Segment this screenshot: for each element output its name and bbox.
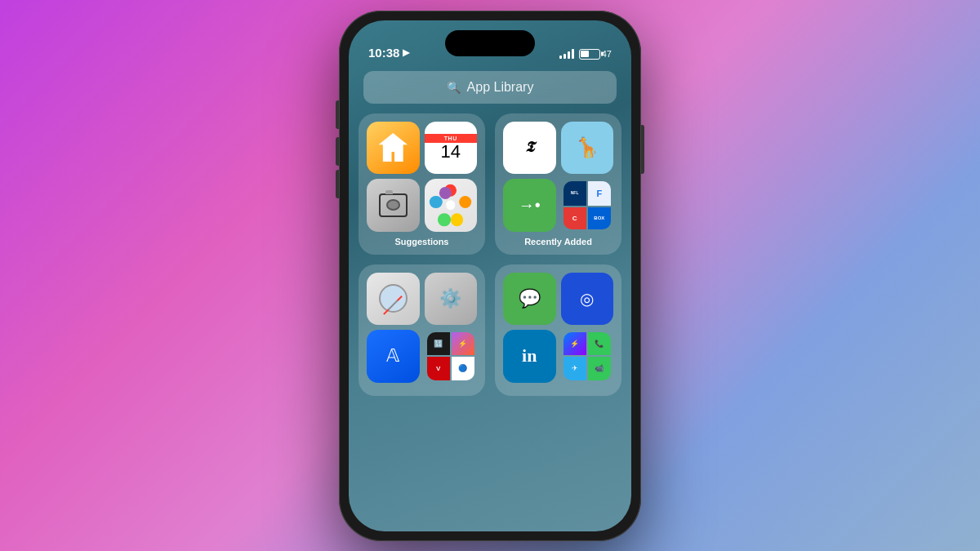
folder-apps-recently: 𝕿 🦒 →• NFL F C [503, 122, 613, 232]
folder-label-suggestions: Suggestions [367, 237, 477, 247]
app-nfl: NFL [564, 181, 586, 206]
battery-container: 47 [579, 49, 612, 60]
battery-fill [581, 51, 589, 57]
app-mini-grid-container[interactable]: NFL F C BOX [561, 179, 614, 232]
phone-screen: 10:38 ▶ 47 🔍 App [349, 20, 631, 531]
folder-suggestions[interactable]: THU 14 [359, 113, 485, 255]
folder-apps-social: 💬 ◎ in ⚡ 📞 ✈ [503, 273, 613, 383]
app-mini-grid-util[interactable]: 🔢 ⚡ V 🔵 [425, 330, 478, 383]
giraffe-icon: 🦒 [575, 136, 599, 159]
app-linkedin[interactable]: in [503, 330, 556, 383]
app-camera[interactable] [367, 179, 420, 232]
app-grid: THU 14 [359, 113, 621, 396]
app-mini-grid-social[interactable]: ⚡ 📞 ✈ 📹 [561, 330, 614, 383]
settings-icon: ⚙️ [439, 288, 461, 309]
status-right: 47 [559, 49, 612, 60]
folder-social[interactable]: 💬 ◎ in ⚡ 📞 ✈ [495, 264, 621, 396]
camera-icon [379, 193, 408, 217]
app-chrome-mini: 🔵 [452, 357, 474, 380]
app-carrot: C [564, 207, 586, 229]
folder-apps-suggestions: THU 14 [367, 122, 477, 232]
linkedin-logo: in [522, 345, 537, 367]
app-box: BOX [588, 207, 611, 229]
app-signal[interactable]: ◎ [561, 273, 614, 326]
battery-icon [579, 49, 600, 60]
dynamic-island [445, 30, 535, 56]
app-photos[interactable] [425, 179, 478, 232]
signal-bars [559, 49, 574, 59]
signal-bar-2 [564, 54, 566, 59]
folder-apps-utilities: ⚙️ 𝔸 🔢 ⚡ V 🔵 [367, 273, 477, 383]
folder-utilities[interactable]: ⚙️ 𝔸 🔢 ⚡ V 🔵 [359, 264, 485, 396]
app-fitness: F [588, 181, 611, 206]
app-shortcuts-mini: ⚡ [452, 332, 474, 355]
nytimes-logo: 𝕿 [525, 139, 534, 156]
home-icon [379, 133, 408, 162]
app-calculator-mini: 🔢 [427, 332, 450, 355]
appstore-icon: 𝔸 [386, 345, 399, 367]
calendar-day: 14 [441, 143, 461, 161]
mini-grid-social: ⚡ 📞 ✈ 📹 [564, 332, 612, 380]
app-facetime-mini: 📹 [588, 357, 611, 380]
folder-recently-added[interactable]: 𝕿 🦒 →• NFL F C [495, 113, 621, 255]
status-time: 10:38 ▶ [368, 46, 409, 60]
app-verizon-mini: V [427, 357, 450, 380]
app-safari[interactable] [367, 273, 420, 326]
signal-icon: ◎ [580, 289, 594, 309]
search-icon: 🔍 [447, 81, 461, 94]
time-display: 10:38 [368, 46, 399, 60]
app-home[interactable] [367, 122, 420, 175]
safari-icon [379, 284, 408, 313]
folder-label-recently: Recently Added [503, 237, 613, 247]
app-messenger-mini: ⚡ [564, 332, 586, 355]
app-telegram-mini: ✈ [564, 357, 586, 380]
signal-bar-4 [572, 49, 574, 59]
search-bar[interactable]: 🔍 App Library [363, 71, 617, 104]
app-settings[interactable]: ⚙️ [425, 273, 478, 326]
app-appstore[interactable]: 𝔸 [367, 330, 420, 383]
location-icon: ▶ [403, 47, 409, 58]
mini-grid: NFL F C BOX [564, 181, 612, 229]
signal-bar-3 [568, 51, 570, 59]
search-placeholder: App Library [467, 80, 534, 95]
app-nytimes[interactable]: 𝕿 [503, 122, 556, 175]
phone-frame: 10:38 ▶ 47 🔍 App [339, 11, 641, 541]
mini-grid-util: 🔢 ⚡ V 🔵 [427, 332, 475, 380]
camera-lens [386, 199, 400, 211]
signal-bar-1 [559, 56, 562, 59]
app-calendar[interactable]: THU 14 [425, 122, 478, 175]
app-transfer[interactable]: →• [503, 179, 556, 232]
transfer-icon: →• [519, 196, 541, 215]
app-messages[interactable]: 💬 [503, 273, 556, 326]
photos-icon [434, 189, 466, 221]
messages-icon: 💬 [519, 288, 541, 309]
app-phone-mini: 📞 [588, 332, 611, 355]
app-giraffe[interactable]: 🦒 [561, 122, 614, 175]
